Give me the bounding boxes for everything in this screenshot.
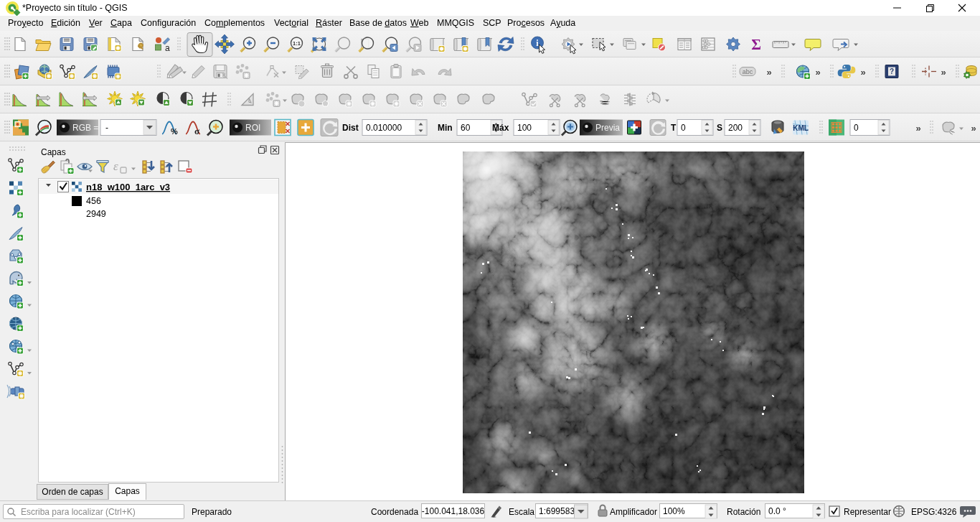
svg-text:ε: ε	[113, 159, 118, 173]
svg-text:0: 0	[681, 123, 686, 133]
svg-text:Min: Min	[438, 123, 453, 133]
svg-text:Σ: Σ	[751, 36, 761, 53]
svg-text:200: 200	[728, 123, 743, 133]
svg-text:T: T	[671, 123, 677, 133]
svg-text:2949: 2949	[86, 209, 106, 219]
svg-text:σ: σ	[194, 126, 199, 136]
svg-text:n18_w100_1arc_v3: n18_w100_1arc_v3	[86, 182, 170, 192]
svg-text:456: 456	[86, 196, 101, 206]
svg-text:»: »	[971, 123, 976, 134]
svg-text:abc: abc	[743, 68, 753, 75]
svg-text:Dist: Dist	[342, 123, 359, 133]
svg-text:%: %	[171, 127, 178, 136]
svg-text:»: »	[860, 67, 865, 78]
svg-text:»: »	[941, 67, 946, 78]
svg-text:»: »	[915, 123, 920, 134]
svg-text:»: »	[815, 67, 820, 78]
svg-text:1:1: 1:1	[293, 40, 301, 47]
svg-text:KML: KML	[793, 124, 809, 132]
svg-text:100: 100	[517, 123, 532, 133]
svg-text:60: 60	[461, 123, 471, 133]
svg-text:Máx: Máx	[492, 123, 509, 133]
svg-text:Previa: Previa	[595, 123, 620, 133]
svg-text:ROI: ROI	[245, 123, 260, 133]
svg-text:0.010000: 0.010000	[366, 123, 402, 133]
svg-text:?: ?	[890, 67, 894, 75]
svg-text:»: »	[766, 67, 771, 78]
svg-text:S: S	[717, 123, 722, 133]
svg-text:a: a	[165, 43, 170, 53]
svg-text:-: -	[105, 123, 108, 133]
svg-text:0: 0	[854, 123, 859, 133]
svg-text:RGB =: RGB =	[72, 123, 98, 133]
